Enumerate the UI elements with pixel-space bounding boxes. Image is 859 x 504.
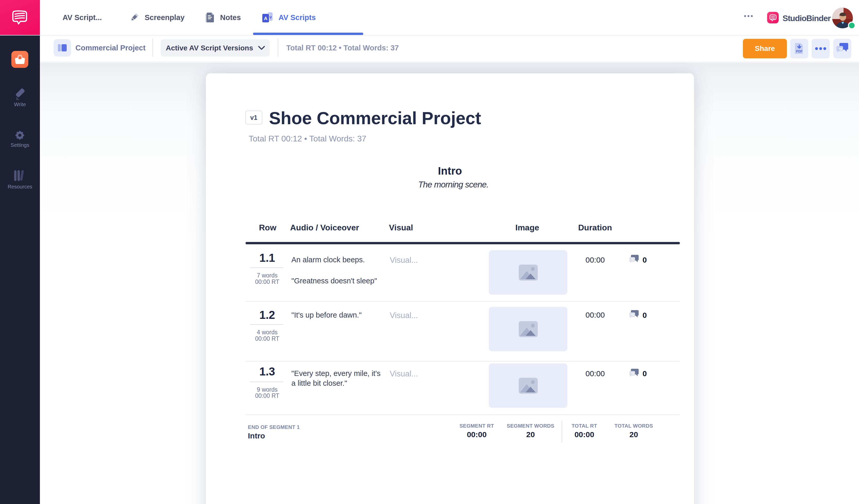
svg-text:PDF: PDF bbox=[796, 49, 803, 53]
svg-text:v: v bbox=[269, 15, 272, 19]
svg-text:A: A bbox=[264, 16, 268, 21]
